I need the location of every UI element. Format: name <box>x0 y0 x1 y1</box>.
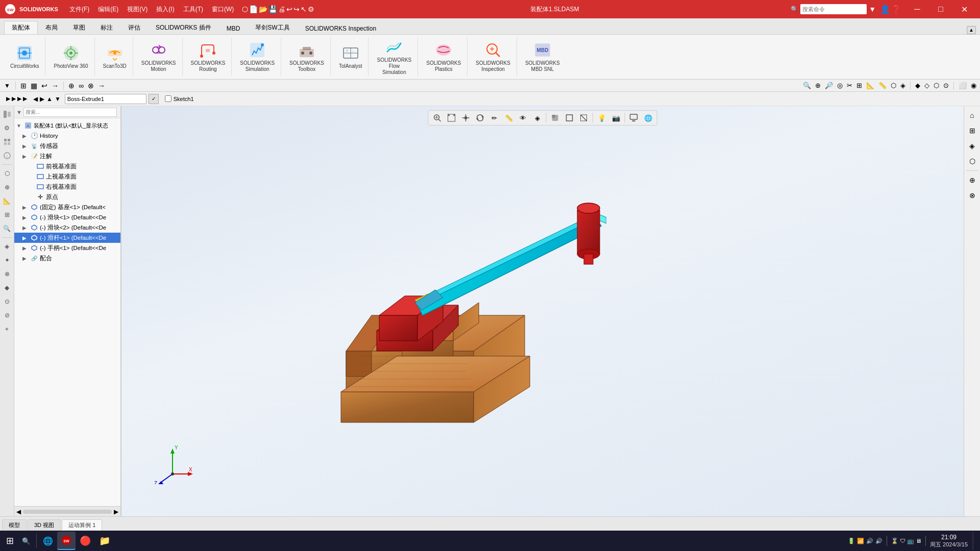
tab-sw-plugins[interactable]: SOLIDWORKS 插件 <box>148 21 219 34</box>
panel-left-arrow[interactable]: ◀ <box>16 508 21 515</box>
vp-btn-zoom-in[interactable]: ✏ <box>488 112 501 124</box>
display-icon-3[interactable]: ⬡ <box>932 81 941 90</box>
tab-sketch[interactable]: 草图 <box>65 21 93 34</box>
feature-name-input[interactable] <box>65 94 146 104</box>
tree-slider2[interactable]: ▶ (-) 滑块<2> (Default<<De <box>14 222 120 233</box>
display-icon-1[interactable]: ◆ <box>914 81 922 90</box>
left-icon-k[interactable]: ⊘ <box>1 309 13 321</box>
feature-accept-button[interactable]: ✓ <box>149 94 159 104</box>
vp-btn-scene[interactable]: 🌐 <box>642 112 655 124</box>
toolbar-icon-2[interactable]: ▦ <box>29 81 39 91</box>
left-icon-g[interactable]: ✦ <box>1 254 13 266</box>
toolbar-icon-7[interactable]: ⊗ <box>86 81 95 91</box>
feature-nav-down[interactable]: ▼ <box>55 95 61 103</box>
taskbar-app-solidworks[interactable]: SW <box>57 532 76 550</box>
search-input[interactable] <box>800 4 867 14</box>
window-icon-1[interactable]: ⬜ <box>957 81 968 90</box>
help-icon[interactable]: ❓ <box>891 5 901 14</box>
tree-mate[interactable]: ▶ 🔗 配合 <box>14 253 120 263</box>
tab-layout[interactable]: 布局 <box>38 21 65 34</box>
btab-3d-view[interactable]: 3D 视图 <box>28 519 61 531</box>
btab-model[interactable]: 模型 <box>2 519 27 531</box>
tree-filter-input[interactable] <box>23 108 117 117</box>
view-icon-9[interactable]: ⬡ <box>889 81 898 90</box>
save-icon[interactable]: 💾 <box>268 5 277 13</box>
feature-nav-back[interactable]: ◀ <box>33 95 38 103</box>
motion-button[interactable]: SOLIDWORKSMotion <box>138 39 179 74</box>
breadcrumb-icon-4[interactable]: ▶ <box>23 95 27 102</box>
panel-right-arrow[interactable]: ▶ <box>114 508 118 515</box>
base-arrow[interactable]: ▶ <box>22 205 29 210</box>
pointer-icon[interactable]: ↖ <box>301 5 307 13</box>
view-icon-1[interactable]: 🔍 <box>801 81 813 90</box>
inspection-button[interactable]: SOLIDWORKSInspection <box>473 39 513 74</box>
menu-tools[interactable]: 工具(T) <box>179 3 207 16</box>
vp-btn-display-manager[interactable] <box>627 112 641 124</box>
search-dropdown-icon[interactable]: ▼ <box>869 5 876 13</box>
btab-motion-study[interactable]: 运动算例 1 <box>62 519 102 531</box>
left-icon-c[interactable]: 📐 <box>1 195 13 207</box>
menu-window[interactable]: 窗口(W) <box>208 3 238 16</box>
view-icon-10[interactable]: ◈ <box>899 81 907 90</box>
user-account-icon[interactable]: 👤 <box>880 5 890 14</box>
tree-root[interactable]: ▼ A 装配体1 (默认<默认_显示状态 <box>14 120 120 131</box>
viewport[interactable]: ✏ 📏 👁 ◈ 💡 📷 🌐 <box>121 106 964 516</box>
circuitworks-button[interactable]: CircuitWorks <box>7 42 42 71</box>
tab-mbd[interactable]: MBD <box>219 22 248 34</box>
scanto3d-button[interactable]: ScanTo3D <box>100 42 130 71</box>
left-icon-feature-tree[interactable] <box>1 108 13 120</box>
view-icon-7[interactable]: 📐 <box>865 81 876 90</box>
view-icon-5[interactable]: ✂ <box>845 81 854 90</box>
toolbar-icon-8[interactable]: → <box>96 81 107 91</box>
new-icon[interactable]: 📄 <box>249 5 258 13</box>
breadcrumb-icon-1[interactable]: ▶ <box>6 95 10 102</box>
left-icon-a[interactable]: ⬡ <box>1 167 13 180</box>
vp-btn-rotate[interactable] <box>474 112 487 124</box>
menu-insert[interactable]: 插入(I) <box>152 3 178 16</box>
options-icon[interactable]: ⚙ <box>308 5 314 13</box>
vp-btn-hide[interactable]: 👁 <box>517 112 530 124</box>
rp-btn-6[interactable]: ⊗ <box>965 188 979 203</box>
start-button[interactable]: ⊞ <box>2 532 18 550</box>
left-icon-f[interactable]: ◈ <box>1 240 13 253</box>
filter-icon[interactable]: ▼ <box>2 81 12 90</box>
feature-nav-fwd[interactable]: ▶ <box>40 95 44 103</box>
view-icon-8[interactable]: 📏 <box>877 81 888 90</box>
vp-btn-section[interactable] <box>577 112 591 124</box>
left-icon-h[interactable]: ⊗ <box>1 268 13 280</box>
sensor-arrow[interactable]: ▶ <box>22 143 29 149</box>
left-icon-d[interactable]: ⊞ <box>1 209 13 221</box>
rp-btn-3[interactable]: ◈ <box>965 139 979 153</box>
redo-icon[interactable]: ↪ <box>293 5 300 13</box>
menu-file[interactable]: 文件(F) <box>65 3 93 16</box>
tab-assembly[interactable]: 装配体 <box>4 21 38 34</box>
display-icon-2[interactable]: ◇ <box>923 81 931 90</box>
minimize-button[interactable]: ─ <box>905 0 929 18</box>
rp-btn-5[interactable]: ⊕ <box>965 173 979 187</box>
window-icon-2[interactable]: ◉ <box>969 81 978 90</box>
tree-annotation[interactable]: ▶ 📝 注解 <box>14 151 120 161</box>
sliderrod-arrow[interactable]: ▶ <box>22 235 29 241</box>
close-button[interactable]: ✕ <box>952 0 976 18</box>
open-icon[interactable]: 📂 <box>259 5 267 13</box>
tab-sw-inspection[interactable]: SOLIDWORKS Inspection <box>298 22 384 34</box>
toolbar-icon-3[interactable]: ↩ <box>40 81 49 91</box>
sketch-checkbox[interactable] <box>165 95 172 102</box>
left-icon-config[interactable] <box>1 136 13 148</box>
tree-history[interactable]: ▶ 🕐 History <box>14 131 120 141</box>
tree-base[interactable]: ▶ (固定) 基座<1> (Default< <box>14 202 120 212</box>
vp-btn-shaded[interactable] <box>549 112 562 124</box>
view-icon-4[interactable]: ◎ <box>836 81 844 90</box>
tree-top-plane[interactable]: 上视基准面 <box>14 171 120 182</box>
taskbar-search[interactable]: 🔍 <box>18 532 34 550</box>
left-icon-j[interactable]: ⊙ <box>1 295 13 308</box>
view-icon-2[interactable]: ⊕ <box>814 81 822 90</box>
left-icon-b[interactable]: ⊕ <box>1 181 13 193</box>
routing-button[interactable]: SOLIDWORKSRouting <box>188 39 229 74</box>
tab-qj-tools[interactable]: 琴剑SW工具 <box>248 21 297 34</box>
tolanalyst-button[interactable]: +- TolAnalyst <box>336 42 365 71</box>
plastics-button[interactable]: SOLIDWORKSPlastics <box>423 39 464 74</box>
tree-sliderrod[interactable]: ▶ (-) 滑杆<1> (Default<<De <box>14 233 120 243</box>
ribbon-collapse-btn[interactable]: ▲ <box>967 26 976 34</box>
left-icon-l[interactable]: ⌖ <box>1 323 13 335</box>
